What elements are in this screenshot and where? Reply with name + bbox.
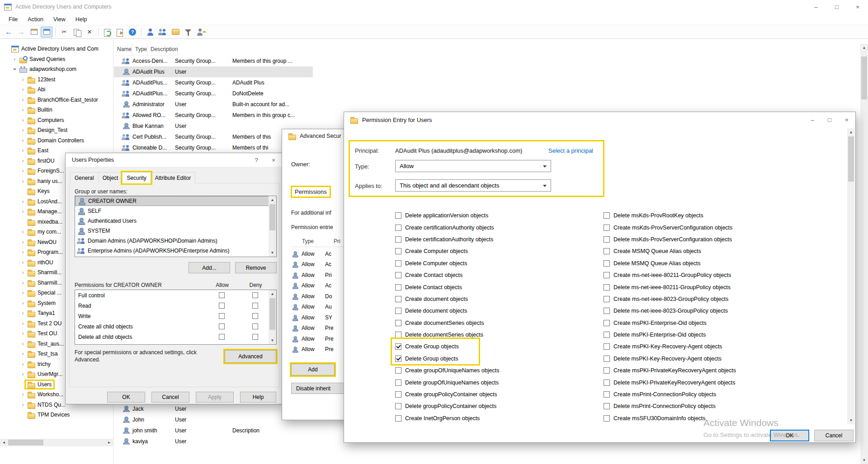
tab[interactable]: Attribute Editor	[151, 172, 195, 183]
back-icon[interactable]: ←	[3, 27, 14, 37]
open-console-icon[interactable]	[28, 27, 40, 37]
tree-item[interactable]: BranchOffice-East_testor	[0, 95, 113, 105]
tab[interactable]: General	[70, 172, 99, 183]
new-user-icon[interactable]	[144, 27, 156, 37]
group-name-item[interactable]: Authenticated Users	[75, 216, 276, 226]
permission-checkbox[interactable]	[604, 284, 610, 291]
menu-item[interactable]: Help	[71, 14, 92, 24]
ADAudit Plus[interactable]: ADAudit Plus User	[114, 66, 313, 77]
permission-checkbox[interactable]	[604, 403, 610, 409]
permission-checkbox[interactable]	[395, 415, 401, 422]
allow-checkbox[interactable]	[219, 292, 225, 298]
permission-checkbox[interactable]	[604, 332, 610, 338]
expand-chevron-icon[interactable]	[20, 97, 26, 103]
expand-chevron-icon[interactable]	[20, 290, 26, 296]
add-button[interactable]: Add...	[189, 262, 230, 273]
tree-item[interactable]: Design_Test	[0, 125, 113, 136]
tree-item[interactable]: TPM Devices	[0, 410, 113, 420]
scroll-left-icon[interactable]: ◄	[0, 439, 8, 446]
permission-checkbox[interactable]	[604, 320, 610, 326]
new-ou-icon[interactable]	[170, 27, 181, 37]
permission-checkbox[interactable]	[395, 296, 401, 302]
advanced-button[interactable]: Advanced	[225, 350, 276, 363]
expand-chevron-icon[interactable]	[20, 269, 26, 276]
expand-chevron-icon[interactable]	[20, 361, 26, 367]
scroll-up-icon[interactable]: ▲	[269, 196, 276, 204]
close-button[interactable]: ×	[847, 0, 868, 14]
tab[interactable]: Object	[98, 172, 123, 183]
expand-chevron-icon[interactable]	[20, 158, 26, 164]
deny-checkbox[interactable]	[252, 303, 258, 309]
expand-chevron-icon[interactable]	[20, 198, 26, 205]
permission-checkbox[interactable]	[604, 212, 610, 219]
delegate-control-icon[interactable]	[195, 27, 207, 37]
scroll-down-icon[interactable]: ▼	[860, 456, 868, 464]
permission-checkbox[interactable]	[604, 248, 610, 254]
expand-chevron-icon[interactable]	[20, 178, 26, 184]
expand-chevron-icon[interactable]	[20, 229, 26, 235]
expand-chevron-icon[interactable]	[20, 147, 26, 154]
permissions-tab[interactable]: Permissions	[292, 187, 330, 197]
permission-checkbox[interactable]	[604, 343, 610, 350]
permission-checkbox[interactable]	[604, 308, 610, 314]
expand-chevron-icon[interactable]	[20, 107, 26, 113]
tree-item[interactable]: Active Directory Users and Com	[0, 44, 113, 54]
scroll-up-icon[interactable]: ▲	[269, 290, 276, 298]
separator[interactable]	[96, 27, 100, 37]
expand-chevron-icon[interactable]	[20, 320, 26, 327]
permission-checkbox[interactable]	[395, 225, 401, 231]
scrollbar-thumb[interactable]	[848, 136, 854, 182]
column-header[interactable]: Type	[132, 44, 147, 56]
export-list-icon[interactable]	[114, 27, 126, 37]
permission-checkbox[interactable]	[604, 356, 610, 362]
refresh-icon[interactable]	[101, 27, 113, 37]
permission-checkbox[interactable]	[395, 403, 401, 409]
tree-item[interactable]: Builtin	[0, 105, 113, 115]
remove-button[interactable]: Remove	[235, 262, 277, 273]
expand-chevron-icon[interactable]	[20, 117, 26, 123]
ADAuditPlus...[interactable]: ADAuditPlus... Security Group... DoNotDe…	[114, 88, 313, 99]
select-principal-link[interactable]: Select a principal	[548, 147, 593, 154]
separator[interactable]	[53, 27, 57, 37]
list-vertical-scrollbar[interactable]: ▲ ▼	[860, 44, 868, 464]
deny-checkbox[interactable]	[252, 313, 258, 319]
type-column-header[interactable]: Type	[302, 238, 314, 244]
permission-checkbox[interactable]	[395, 332, 401, 338]
console-tree-toggle-icon[interactable]	[41, 27, 52, 37]
ADAuditPlus...[interactable]: ADAuditPlus... Security Group... ADAudit…	[114, 77, 313, 88]
group-name-item[interactable]: CREATOR OWNER	[75, 196, 276, 206]
group-name-item[interactable]: SYSTEM	[75, 226, 276, 236]
group-name-item[interactable]: Enterprise Admins (ADAPWORKSHOP\Enterpri…	[75, 246, 276, 256]
scroll-down-icon[interactable]: ▼	[847, 417, 855, 424]
tree-item[interactable]: Saved Queries	[0, 54, 113, 65]
permissions-scrollbar[interactable]: ▲ ▼	[269, 290, 276, 344]
principal-column-header[interactable]: Pri	[334, 238, 340, 244]
tree-item[interactable]: Domain Controllers	[0, 136, 113, 146]
menu-item[interactable]: View	[48, 14, 71, 24]
group-list-scrollbar[interactable]: ▲ ▼	[269, 196, 276, 257]
tree-horizontal-scrollbar[interactable]: ◄ ►	[0, 439, 113, 446]
column-header[interactable]: Description	[147, 44, 178, 56]
tree-item[interactable]: Computers	[0, 115, 113, 126]
permission-checkbox[interactable]	[395, 272, 401, 278]
allow-checkbox[interactable]	[219, 323, 225, 329]
scroll-down-icon[interactable]: ▼	[269, 337, 276, 344]
help-button[interactable]: ?	[248, 153, 265, 167]
expand-chevron-icon[interactable]	[20, 330, 26, 337]
group-name-item[interactable]: Domain Admins (ADAPWORKSHOP\Domain Admin…	[75, 236, 276, 246]
tree-item[interactable]: Abi	[0, 84, 113, 95]
expand-chevron-icon[interactable]	[20, 310, 26, 316]
permission-checkbox[interactable]	[395, 391, 401, 398]
scrollbar-thumb[interactable]	[269, 204, 275, 230]
deny-checkbox[interactable]	[252, 334, 258, 340]
cancel-button[interactable]: Cancel	[814, 430, 854, 441]
permission-checkbox[interactable]	[395, 308, 401, 314]
group-name-item[interactable]: SELF	[75, 206, 276, 216]
expand-chevron-icon[interactable]	[20, 76, 26, 83]
permission-checkbox[interactable]	[604, 296, 610, 302]
scrollbar-thumb[interactable]	[861, 56, 867, 99]
permissions-list[interactable]: Full control Read Write Creat	[75, 290, 277, 345]
minimize-button[interactable]: –	[806, 0, 826, 14]
permission-checkbox[interactable]	[604, 391, 610, 398]
tree-item[interactable]: 123test	[0, 75, 113, 85]
